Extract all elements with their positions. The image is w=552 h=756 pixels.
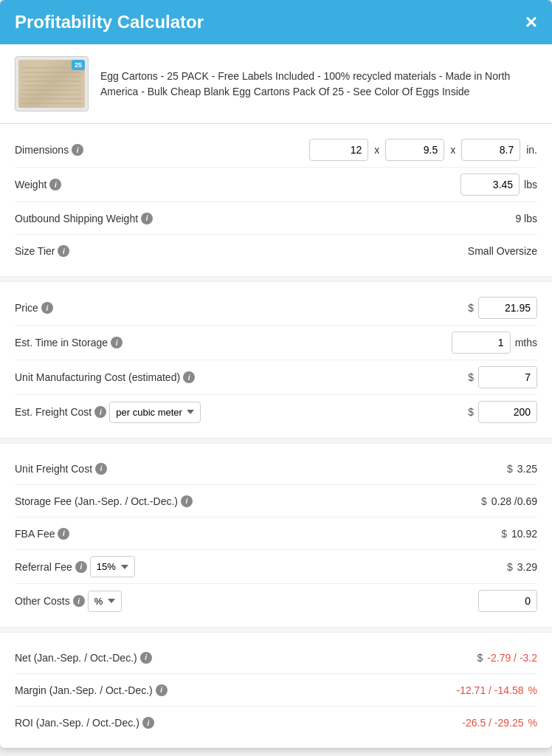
product-title: Egg Cartons - 25 PACK - Free Labels Incl… — [100, 69, 537, 100]
pack-badge: 25 — [72, 60, 85, 70]
freight-cost-row: Est. Freight Cost i per cubic meter per … — [15, 395, 537, 429]
net-info-icon[interactable]: i — [140, 652, 152, 664]
margin-row: Margin (Jan.-Sep. / Oct.-Dec.) i -12.71 … — [15, 674, 537, 707]
manufacturing-cost-input[interactable] — [478, 366, 537, 388]
net-row: Net (Jan.-Sep. / Oct.-Dec.) i $ -2.79 / … — [15, 642, 537, 674]
roi-row: ROI (Jan.-Sep. / Oct.-Dec.) i -26.5 / -2… — [15, 707, 537, 739]
referral-fee-label: Referral Fee i 6% 8% 10% 12% 15% 17% 20% — [15, 556, 507, 577]
manufacturing-cost-label: Unit Manufacturing Cost (estimated) i — [15, 371, 468, 383]
outbound-shipping-label: Outbound Shipping Weight i — [15, 213, 515, 224]
section-divider-3 — [0, 627, 552, 633]
fba-fee-label: FBA Fee i — [15, 528, 501, 540]
outbound-shipping-value: 9 lbs — [515, 213, 537, 224]
storage-time-label: Est. Time in Storage i — [15, 337, 452, 348]
weight-row: Weight i lbs — [15, 168, 537, 202]
outbound-shipping-info-icon[interactable]: i — [141, 213, 153, 224]
size-tier-label: Size Tier i — [15, 245, 468, 257]
storage-time-row: Est. Time in Storage i mths — [15, 326, 537, 360]
other-costs-row: Other Costs i % $ — [15, 584, 537, 618]
other-costs-info-icon[interactable]: i — [73, 595, 85, 607]
unit-freight-label: Unit Freight Cost i — [15, 463, 507, 475]
fba-fee-row: FBA Fee i $ 10.92 — [15, 518, 537, 550]
form-section-3: Unit Freight Cost i $ 3.25 Storage Fee (… — [0, 444, 552, 627]
storage-fee-value: $ 0.28 /0.69 — [481, 495, 537, 507]
weight-label: Weight i — [15, 179, 460, 190]
calculator-container: Profitability Calculator × 25 Egg Carton… — [0, 0, 552, 748]
roi-label: ROI (Jan.-Sep. / Oct.-Dec.) i — [15, 717, 462, 729]
form-section: Dimensions i x x in. Weight i lbs — [0, 124, 552, 276]
section-divider-2 — [0, 438, 552, 444]
dimensions-unit: in. — [526, 144, 537, 156]
manufacturing-cost-row: Unit Manufacturing Cost (estimated) i $ — [15, 360, 537, 395]
form-section-results: Net (Jan.-Sep. / Oct.-Dec.) i $ -2.79 / … — [0, 633, 552, 748]
storage-fee-info-icon[interactable]: i — [181, 495, 193, 507]
size-tier-row: Size Tier i Small Oversize — [15, 235, 537, 267]
header-title: Profitability Calculator — [15, 12, 204, 32]
weight-unit: lbs — [524, 179, 537, 190]
section-divider-1 — [0, 276, 552, 282]
freight-cost-info-icon[interactable]: i — [94, 406, 106, 418]
freight-cost-value: $ — [468, 401, 537, 423]
freight-cost-input[interactable] — [478, 401, 537, 423]
referral-fee-info-icon[interactable]: i — [75, 561, 87, 573]
fba-fee-info-icon[interactable]: i — [58, 528, 69, 540]
manufacturing-cost-info-icon[interactable]: i — [183, 371, 195, 383]
price-input[interactable] — [478, 297, 537, 319]
dimension-1-input[interactable] — [309, 139, 368, 161]
fba-fee-value: $ 10.92 — [501, 528, 537, 540]
freight-cost-label: Est. Freight Cost i per cubic meter per … — [15, 402, 468, 423]
product-section: 25 Egg Cartons - 25 PACK - Free Labels I… — [0, 44, 552, 124]
margin-label: Margin (Jan.-Sep. / Oct.-Dec.) i — [15, 684, 456, 696]
other-costs-input[interactable] — [478, 590, 537, 612]
price-value: $ — [468, 297, 537, 319]
weight-value: lbs — [460, 173, 537, 196]
form-section-2: Price i $ Est. Time in Storage i mths Un… — [0, 282, 552, 438]
manufacturing-cost-value: $ — [468, 366, 537, 388]
size-tier-info-icon[interactable]: i — [58, 245, 69, 257]
outbound-shipping-row: Outbound Shipping Weight i 9 lbs — [15, 202, 537, 235]
storage-time-unit: mths — [515, 337, 537, 348]
roi-value: -26.5 / -29.25 % — [462, 717, 537, 729]
dimension-2-input[interactable] — [385, 139, 444, 161]
header: Profitability Calculator × — [0, 0, 552, 44]
close-button[interactable]: × — [525, 12, 537, 32]
storage-fee-label: Storage Fee (Jan.-Sep. / Oct.-Dec.) i — [15, 495, 481, 507]
unit-freight-info-icon[interactable]: i — [95, 463, 107, 475]
weight-input[interactable] — [460, 173, 520, 196]
margin-value: -12.71 / -14.58 % — [456, 684, 537, 696]
other-costs-label: Other Costs i % $ — [15, 591, 478, 612]
price-row: Price i $ — [15, 291, 537, 326]
product-image: 25 — [15, 56, 89, 111]
unit-freight-row: Unit Freight Cost i $ 3.25 — [15, 453, 537, 485]
storage-time-value: mths — [452, 331, 537, 354]
size-tier-value: Small Oversize — [468, 245, 537, 257]
storage-time-info-icon[interactable]: i — [111, 337, 123, 348]
referral-fee-value: $ 3.29 — [507, 561, 537, 573]
other-costs-value — [478, 590, 537, 612]
dimensions-row: Dimensions i x x in. — [15, 133, 537, 168]
unit-freight-value: $ 3.25 — [507, 463, 537, 475]
weight-info-icon[interactable]: i — [49, 179, 61, 190]
storage-time-input[interactable] — [452, 331, 511, 354]
roi-info-icon[interactable]: i — [142, 717, 154, 729]
dimension-3-input[interactable] — [461, 139, 520, 161]
dimensions-info-icon[interactable]: i — [72, 144, 83, 156]
freight-cost-dropdown[interactable]: per cubic meter per kg per unit — [109, 402, 201, 423]
referral-fee-row: Referral Fee i 6% 8% 10% 12% 15% 17% 20%… — [15, 550, 537, 584]
dimensions-label: Dimensions i — [15, 144, 309, 156]
net-value: $ -2.79 / -3.2 — [477, 652, 538, 664]
dimensions-inputs: x x in. — [309, 139, 537, 161]
margin-info-icon[interactable]: i — [156, 684, 168, 696]
storage-fee-row: Storage Fee (Jan.-Sep. / Oct.-Dec.) i $ … — [15, 485, 537, 518]
other-costs-dropdown[interactable]: % $ — [88, 591, 122, 612]
net-label: Net (Jan.-Sep. / Oct.-Dec.) i — [15, 652, 477, 664]
price-label: Price i — [15, 302, 468, 314]
referral-fee-dropdown[interactable]: 6% 8% 10% 12% 15% 17% 20% — [90, 556, 135, 577]
price-info-icon[interactable]: i — [41, 302, 53, 314]
